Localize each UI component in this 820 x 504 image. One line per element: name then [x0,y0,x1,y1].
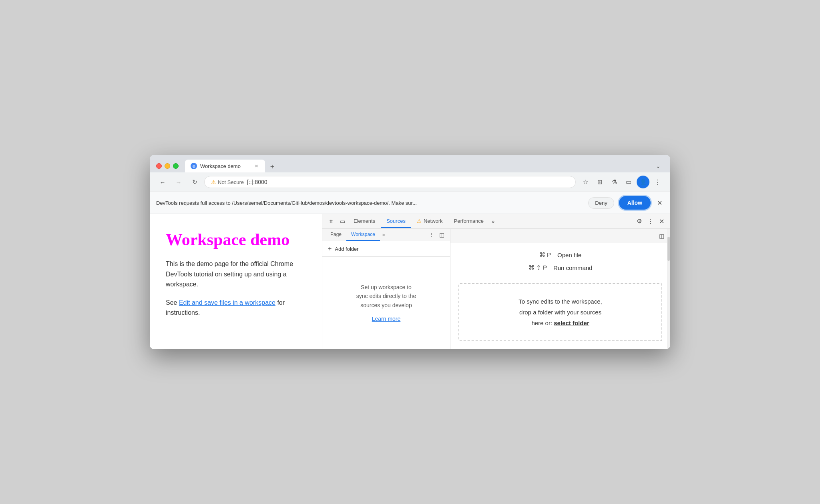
inspect-element-button[interactable]: ⌗ [326,214,337,228]
notification-bar: DevTools requests full access to /Users/… [150,192,670,214]
drop-zone-line1: To sync edits to the workspace, [467,296,653,307]
more-menu-button[interactable]: ⋮ [651,176,664,188]
devtools-body: Page Workspace » ⋮ ◫ + Add folder [322,229,670,349]
workspace-tab-label: Workspace [351,232,375,237]
drop-zone-line2: drop a folder with your sources [467,307,653,318]
warning-icon: ⚠ [211,179,216,185]
tab-performance[interactable]: Performance [448,215,489,228]
sources-main: ⌘ P Open file ⌘ ⇧ P Run command To sync … [450,243,670,349]
workspace-link[interactable]: Edit and save files in a workspace [179,299,275,306]
maximize-window-button[interactable] [173,163,179,169]
tab-close-button[interactable]: ✕ [253,163,259,169]
learn-more-link[interactable]: Learn more [372,314,401,323]
notification-close-button[interactable]: ✕ [655,198,664,208]
shortcut2-label: Run command [553,264,593,271]
bookmark-icon: ☆ [583,178,588,186]
sources-tabs: Page Workspace » ⋮ ◫ [322,229,450,241]
profile-icon: 👤 [640,179,647,185]
profile-button[interactable]: 👤 [637,176,649,188]
refresh-button[interactable]: ↻ [188,176,201,188]
page-title: Workspace demo [166,230,306,249]
labs-icon: ⚗ [612,178,617,186]
address-bar[interactable]: ⚠ Not Secure [::]:8000 [204,176,576,188]
sidebar-button[interactable]: ▭ [622,176,635,188]
devtools-close-button[interactable]: ✕ [656,214,667,228]
title-bar: Workspace demo ✕ + ⌄ [150,155,670,172]
devtools-more-button[interactable]: ⋮ [645,214,656,228]
workspace-info-line2: sync edits directly to the [356,292,416,300]
sources-right-panel: ◫ ⌘ P Open file ⌘ ⇧ P Run command To syn… [450,229,670,349]
sources-tab-chevron[interactable]: » [380,229,388,240]
page-link-paragraph: See Edit and save files in a workspace f… [166,298,306,318]
bookmark-button[interactable]: ☆ [579,176,592,188]
back-icon: ← [160,179,166,186]
sources-tab-page[interactable]: Page [326,229,346,241]
add-folder-label: Add folder [335,246,358,252]
shortcut1-label: Open file [557,252,581,258]
forward-button[interactable]: → [172,176,185,188]
more-tabs-button[interactable]: » [489,215,497,228]
select-folder-link[interactable]: select folder [554,320,589,326]
tab-sources-label: Sources [386,218,406,224]
close-icon: ✕ [659,218,664,225]
deny-button[interactable]: Deny [588,197,614,209]
devtools-settings-button[interactable]: ⚙ [633,214,645,228]
drop-zone-line3: here or: select folder [467,318,653,328]
devtools-panel: ⌗ ▭ Elements Sources ⚠ Network Performan… [322,214,670,349]
tab-network[interactable]: ⚠ Network [411,215,448,228]
browser-window: Workspace demo ✕ + ⌄ ← → ↻ ⚠ Not Secure … [150,155,670,349]
url-text: [::]:8000 [247,179,267,185]
device-icon: ▭ [340,218,345,224]
shortcut2-keys: ⌘ ⇧ P [529,264,547,271]
close-window-button[interactable] [156,163,162,169]
tab-expand-button[interactable]: ⌄ [653,161,664,171]
back-button[interactable]: ← [156,176,169,188]
notification-text: DevTools requests full access to /Users/… [156,200,583,206]
kebab-icon: ⋮ [647,218,653,225]
minimize-window-button[interactable] [165,163,170,169]
see-label: See [166,299,179,306]
extensions-icon: ⊞ [597,178,603,186]
right-sidebar-toggle[interactable]: ◫ [656,230,667,242]
workspace-info-line1: Set up workspace to [361,283,412,292]
forward-icon: → [176,179,182,186]
device-toggle-button[interactable]: ▭ [337,214,348,228]
labs-button[interactable]: ⚗ [608,176,621,188]
tab-favicon-icon [191,163,197,169]
tab-performance-label: Performance [454,218,484,224]
devtools-topbar: ⌗ ▭ Elements Sources ⚠ Network Performan… [322,214,670,229]
security-indicator: ⚠ Not Secure [211,179,244,185]
navigation-bar: ← → ↻ ⚠ Not Secure [::]:8000 ☆ ⊞ ⚗ [150,172,670,192]
gear-icon: ⚙ [637,218,642,225]
sources-tab-workspace[interactable]: Workspace [346,229,380,241]
shortcut-row-2: ⌘ ⇧ P Run command [458,264,662,271]
sources-right-header: ◫ [450,229,670,243]
tab-elements[interactable]: Elements [348,215,381,228]
allow-button[interactable]: Allow [619,196,651,210]
more-icon: ⋮ [655,178,661,186]
browser-tab-active[interactable]: Workspace demo ✕ [185,160,265,172]
add-folder-row[interactable]: + Add folder [322,241,450,257]
page-description: This is the demo page for the official C… [166,259,306,290]
tab-elements-label: Elements [354,218,375,224]
drop-zone-here-label: here or: [531,320,554,326]
sources-left-more-button[interactable]: ⋮ [426,229,437,241]
add-folder-plus-icon: + [328,245,332,252]
new-tab-button[interactable]: + [267,161,278,172]
drop-zone[interactable]: To sync edits to the workspace, drop a f… [458,283,662,341]
workspace-info-line3: sources you develop [360,301,412,310]
tab-bar: Workspace demo ✕ + [185,160,649,172]
network-warning-icon: ⚠ [417,218,422,224]
page-tab-label: Page [330,232,342,237]
sources-left-panel: Page Workspace » ⋮ ◫ + Add folder [322,229,450,349]
cursor-icon: ⌗ [330,218,333,225]
refresh-icon: ↻ [192,178,197,186]
extensions-button[interactable]: ⊞ [593,176,606,188]
tab-network-label: Network [424,218,443,224]
scrollbar-thumb[interactable] [667,237,670,261]
sources-sidebar-toggle[interactable]: ◫ [437,229,447,241]
tab-sources[interactable]: Sources [381,215,411,228]
not-secure-label: Not Secure [218,179,244,185]
traffic-lights [156,163,179,169]
shortcut1-keys: ⌘ P [539,251,551,258]
